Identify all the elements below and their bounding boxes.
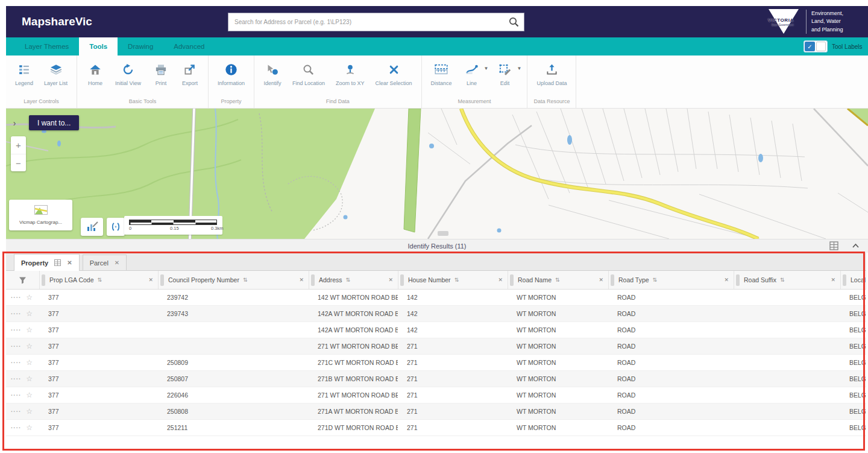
close-tab-icon[interactable]: ✕ xyxy=(67,259,72,266)
remove-column-icon[interactable]: ✕ xyxy=(299,277,304,283)
row-favorite-star-icon[interactable]: ☆ xyxy=(26,293,33,302)
table-row[interactable]: ···· ☆ 377 251211 271D WT MORTON ROAD B.… xyxy=(6,420,866,436)
identify-button[interactable]: Identify xyxy=(258,60,287,89)
table-view-icon[interactable] xyxy=(829,241,838,250)
column-grip[interactable] xyxy=(160,274,164,286)
sort-icon[interactable]: ⇅ xyxy=(780,277,785,283)
column-grip[interactable] xyxy=(843,274,846,286)
column-grip[interactable] xyxy=(736,274,740,286)
clear-selection-button[interactable]: Clear Selection xyxy=(370,60,418,89)
sort-icon[interactable]: ⇅ xyxy=(346,277,351,283)
row-favorite-star-icon[interactable]: ☆ xyxy=(26,375,33,383)
row-menu-dots-icon[interactable]: ···· xyxy=(11,343,21,350)
column-header-address[interactable]: Address ⇅ ✕ xyxy=(309,271,398,289)
distance-button[interactable]: Distance xyxy=(426,60,458,89)
initial-view-button[interactable]: Initial View xyxy=(110,60,146,89)
column-grip[interactable] xyxy=(510,274,514,286)
tool-labels-toggle[interactable]: ✓ xyxy=(804,40,828,52)
table-row[interactable]: ···· ☆ 377 250807 271B WT MORTON ROAD B.… xyxy=(6,371,866,387)
row-menu-dots-icon[interactable]: ···· xyxy=(11,392,21,399)
column-grip[interactable] xyxy=(311,274,315,286)
column-grip[interactable] xyxy=(400,274,404,286)
sidebar-expander-chevron-icon[interactable]: › xyxy=(7,116,22,130)
map-viewport[interactable]: › I want to... + − Vicmap Cartograp... 0… xyxy=(6,109,868,239)
edit-button[interactable]: Edit xyxy=(491,60,520,89)
find-location-button[interactable]: Find Location xyxy=(287,60,330,89)
sort-icon[interactable]: ⇅ xyxy=(454,277,459,283)
collapse-panel-chevron-icon[interactable] xyxy=(852,242,860,250)
basemap-selector[interactable]: Vicmap Cartograp... xyxy=(9,200,72,230)
row-favorite-star-icon[interactable]: ☆ xyxy=(26,342,33,350)
group-find-data: Identify Find Location Zoom to XY Clear … xyxy=(254,55,422,108)
column-header-locality[interactable]: Locality xyxy=(841,271,866,289)
row-menu-dots-icon[interactable]: ···· xyxy=(11,311,21,317)
graph-widget-button[interactable] xyxy=(81,218,103,236)
tab-drawing[interactable]: Drawing xyxy=(118,37,163,55)
line-menu-caret-icon[interactable]: ▼ xyxy=(484,66,489,71)
close-tab-icon[interactable]: ✕ xyxy=(115,259,119,266)
row-favorite-star-icon[interactable]: ☆ xyxy=(26,358,33,367)
table-row[interactable]: ···· ☆ 377 250808 271A WT MORTON ROAD B.… xyxy=(6,404,866,420)
i-want-to-button[interactable]: I want to... xyxy=(29,115,79,130)
zoom-in-button[interactable]: + xyxy=(11,136,26,154)
column-grip[interactable] xyxy=(611,274,614,286)
row-menu-dots-icon[interactable]: ···· xyxy=(11,376,21,382)
column-header-council-property-number[interactable]: Council Property Number ⇅ ✕ xyxy=(159,271,309,289)
line-button[interactable]: Line xyxy=(458,60,486,89)
sort-icon[interactable]: ⇅ xyxy=(98,277,102,283)
zoom-out-button[interactable]: − xyxy=(11,154,26,171)
filter-header-cell[interactable] xyxy=(6,271,40,289)
row-favorite-star-icon[interactable]: ☆ xyxy=(26,326,33,334)
sort-icon[interactable]: ⇅ xyxy=(555,277,560,283)
row-menu-dots-icon[interactable]: ···· xyxy=(11,327,21,334)
results-tab-parcel[interactable]: Parcel ✕ xyxy=(83,255,127,270)
edit-menu-caret-icon[interactable]: ▼ xyxy=(517,66,522,71)
remove-column-icon[interactable]: ✕ xyxy=(831,277,835,283)
home-button[interactable]: Home xyxy=(81,60,110,89)
coordinates-widget-button[interactable] xyxy=(107,218,125,236)
remove-column-icon[interactable]: ✕ xyxy=(388,277,393,283)
upload-data-button[interactable]: Upload Data xyxy=(531,60,572,89)
table-row[interactable]: ···· ☆ 377 271 WT MORTON ROAD BE... 271 … xyxy=(6,338,866,355)
legend-button[interactable]: Legend xyxy=(10,60,39,89)
zoom-to-xy-button[interactable]: Zoom to XY xyxy=(330,60,370,89)
row-menu-dots-icon[interactable]: ···· xyxy=(11,425,21,431)
search-input[interactable] xyxy=(228,19,503,25)
table-row[interactable]: ···· ☆ 377 239742 142 WT MORTON ROAD BE.… xyxy=(6,290,866,306)
column-header-road-type[interactable]: Road Type ⇅ ✕ xyxy=(609,271,734,289)
export-button[interactable]: Export xyxy=(175,60,204,89)
information-button[interactable]: Information xyxy=(212,60,250,89)
table-row[interactable]: ···· ☆ 377 239743 142A WT MORTON ROAD B.… xyxy=(6,306,866,322)
column-header-house-number[interactable]: House Number ⇅ ✕ xyxy=(398,271,508,289)
row-favorite-star-icon[interactable]: ☆ xyxy=(26,423,33,432)
remove-column-icon[interactable]: ✕ xyxy=(498,277,503,283)
row-menu-dots-icon[interactable]: ···· xyxy=(11,294,21,301)
search-icon[interactable] xyxy=(503,13,524,31)
row-menu-dots-icon[interactable]: ···· xyxy=(11,408,21,415)
remove-column-icon[interactable]: ✕ xyxy=(148,277,153,283)
remove-column-icon[interactable]: ✕ xyxy=(599,277,603,283)
table-row[interactable]: ···· ☆ 377 250809 271C WT MORTON ROAD B.… xyxy=(6,355,866,371)
column-header-road-suffix[interactable]: Road Suffix ⇅ ✕ xyxy=(734,271,841,289)
sort-icon[interactable]: ⇅ xyxy=(243,277,248,283)
sort-icon[interactable]: ⇅ xyxy=(653,277,658,283)
table-row[interactable]: ···· ☆ 377 142A WT MORTON ROAD B... 142 … xyxy=(6,322,866,338)
column-header-prop-lga-code[interactable]: Prop LGA Code ⇅ ✕ xyxy=(40,271,159,289)
layer-list-button[interactable]: Layer List xyxy=(39,60,73,89)
tab-tools[interactable]: Tools xyxy=(79,37,118,55)
column-header-road-name[interactable]: Road Name ⇅ ✕ xyxy=(508,271,609,289)
column-grip[interactable] xyxy=(42,274,45,286)
map-handle[interactable] xyxy=(438,231,448,236)
print-button[interactable]: Print xyxy=(146,60,175,89)
results-header-bar[interactable]: Identify Results (11) xyxy=(6,239,868,253)
table-row[interactable]: ···· ☆ 377 226046 271 WT MORTON ROAD BE.… xyxy=(6,387,866,404)
results-tab-property[interactable]: Property ✕ xyxy=(14,254,80,271)
tab-layer-themes[interactable]: Layer Themes xyxy=(14,37,79,55)
tab-advanced[interactable]: Advanced xyxy=(163,37,215,55)
row-menu-dots-icon[interactable]: ···· xyxy=(11,360,21,366)
remove-column-icon[interactable]: ✕ xyxy=(724,277,729,283)
row-favorite-star-icon[interactable]: ☆ xyxy=(26,391,33,399)
tool-label: Information xyxy=(218,80,245,86)
row-favorite-star-icon[interactable]: ☆ xyxy=(26,407,33,416)
row-favorite-star-icon[interactable]: ☆ xyxy=(26,309,33,318)
